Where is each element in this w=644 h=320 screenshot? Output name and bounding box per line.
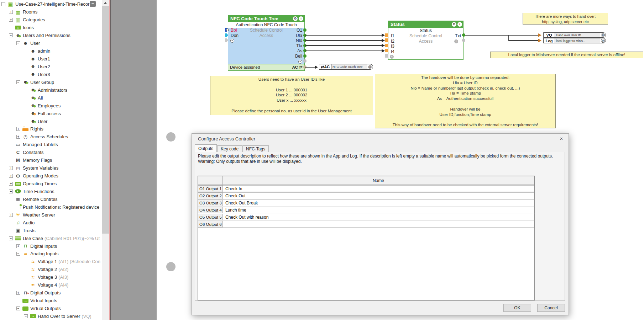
table-row[interactable]: O6 Output 6 [198,221,534,228]
configure-access-controller-dialog[interactable]: Configure Access Controller × OutputsKey… [192,133,569,315]
expander-icon[interactable]: − [16,80,20,84]
tree-row[interactable]: Voltage 4 (AI4) [0,281,102,289]
tree-row[interactable]: + Digital Outputs [0,289,102,297]
dialog-tab[interactable]: Key code [217,145,242,152]
output-name-cell[interactable]: Check Out Break [223,199,534,206]
output-name-cell[interactable]: Check Out with reason [223,214,534,220]
scrollbar-thumb[interactable] [102,6,109,234]
tree-row[interactable]: − Use Case (Cabinet R01 P01)(~2% Ut [0,234,102,242]
tree-row[interactable]: Push Notifications: Registered device [0,203,102,211]
expander-icon[interactable]: + [9,10,13,14]
tree-row[interactable]: + Rooms [0,8,102,16]
expander-icon[interactable]: + [16,135,20,139]
block-header[interactable]: NFC Code Touch Tree ⚙ i [228,15,304,22]
nfc-code-touch-block[interactable]: NFC Code Touch Tree ⚙ i Authentication N… [228,15,305,71]
wire-as-i4[interactable] [305,50,384,51]
output-name-cell[interactable]: Check In [223,185,534,192]
gear-icon[interactable]: ⚙ [368,65,372,69]
table-row[interactable]: O5 Output 5 Check Out with reason [198,214,534,220]
device-assigned-row[interactable]: Device assigned AC ⇄ [228,64,304,70]
output-connector-o1[interactable] [303,28,307,32]
expander-icon[interactable]: − [1,2,5,6]
table-row[interactable]: O1 Output 1 Check In [198,185,534,192]
tree-row[interactable]: + Operating Modes [0,172,102,180]
gear-icon[interactable]: ⚙ [293,16,298,21]
expander-icon[interactable]: − [9,236,13,240]
tree-row[interactable]: + Categories [0,16,102,24]
wire-txt-log[interactable] [508,40,541,41]
tree-row[interactable]: Voltage 2 (AI2) [0,266,102,273]
block-header[interactable]: Status ⚙ i [388,21,463,28]
dialog-tab[interactable]: Outputs [195,144,217,152]
tree-row[interactable]: − Analog Inputs [0,250,102,258]
wire-branch-vertical[interactable] [508,35,509,41]
program-canvas[interactable]: NFC Code Touch Tree ⚙ i Authentication N… [157,0,644,320]
tree-row[interactable]: User3 [0,70,102,78]
gear-icon[interactable]: ⚙ [601,39,605,43]
tree-row[interactable]: Administrators [0,86,102,94]
table-row[interactable]: O3 Output 3 Check Out Break [198,199,534,206]
wire-txt-vq[interactable] [465,35,541,36]
expander-icon[interactable]: + [16,291,20,295]
expander-icon[interactable]: + [9,213,13,217]
tree-row[interactable]: Managed Tablets [0,141,102,149]
add-input-icon[interactable]: + [230,39,234,43]
tree-row[interactable]: + Rights [0,125,102,133]
log-output-chip[interactable]: Log local logger to Minis... ⚙ [543,38,606,43]
input-connector-i2[interactable] [385,38,388,42]
expander-icon[interactable]: + [9,174,13,178]
vq-output-chip[interactable]: VQ Hand over User ID... ⚙ [543,32,606,38]
table-row[interactable]: O4 Output 4 Lunch time [198,207,534,213]
ac-device-chip[interactable]: ⇄AC NFC Code Touch Tree ⚙ [319,64,373,70]
dialog-tab[interactable]: NFC-Tags [242,145,269,152]
tree-row[interactable]: Virtual Inputs [0,297,102,305]
tree-row[interactable]: User2 [0,63,102,71]
tree-row[interactable]: − User Group [0,78,102,86]
tree-row[interactable]: Employees [0,102,102,110]
tree-row[interactable]: Audio [0,219,102,226]
expander-icon[interactable]: − [9,33,13,37]
wire-nlo-i2[interactable] [305,40,384,41]
expander-icon[interactable]: + [9,182,13,186]
input-connector-add[interactable] [385,54,388,58]
output-name-cell[interactable] [223,221,534,228]
tree-scrollbar[interactable] [102,0,109,320]
tree-row[interactable]: + System Variables [0,164,102,172]
tree-row[interactable]: + Weather Server [0,211,102,219]
tree-row[interactable]: − Hand Over to Server (VQ) [0,313,102,320]
input-connector-i3[interactable] [385,44,388,47]
tree-row[interactable]: + Access Schedules [0,133,102,141]
input-connector-i4[interactable] [385,49,388,52]
info-icon[interactable]: i [457,22,462,27]
tree-row[interactable]: − Virtual Outputs [0,305,102,313]
tree-row[interactable]: Remote Controls [0,195,102,203]
expander-icon[interactable]: + [9,166,13,170]
tree-row[interactable]: − Users and Permissions [0,32,102,39]
tree-row[interactable]: − User [0,39,102,47]
output-connector-txt[interactable] [462,33,465,37]
outputs-table[interactable]: Name O1 Output 1 Check In O2 Output 2 [198,176,535,300]
expander-icon[interactable]: + [9,18,13,22]
output-connector-add[interactable] [303,59,307,63]
tree-row[interactable]: Voltage 3 (AI3) [0,273,102,281]
wire-tla-i3[interactable] [305,45,384,46]
tree-row[interactable]: User [0,117,102,125]
tree-row[interactable]: All [0,94,102,102]
tree-collapse-button[interactable]: − [90,1,96,7]
gear-icon[interactable]: ⚙ [601,33,605,37]
table-row[interactable]: O2 Output 2 Check Out [198,192,534,199]
expander-icon[interactable]: − [16,41,20,45]
gear-icon[interactable]: ⚙ [452,22,456,27]
expander-icon[interactable]: + [16,244,20,248]
tree-row[interactable]: Constants [0,149,102,156]
close-icon[interactable]: × [558,135,565,142]
input-connector-i1[interactable] [385,33,388,37]
tree-row[interactable]: User1 [0,55,102,63]
tree-row[interactable]: Trusts [0,226,102,234]
tree-row[interactable]: Icons [0,24,102,32]
tree-row[interactable]: + Operating Times [0,180,102,188]
expander-icon[interactable]: − [16,252,20,256]
wire-ula-i1[interactable] [305,35,384,36]
tree-row[interactable]: − Use-Case-27-Intelligent-Time-Recor [0,0,102,8]
output-connector-bell[interactable] [303,54,307,58]
